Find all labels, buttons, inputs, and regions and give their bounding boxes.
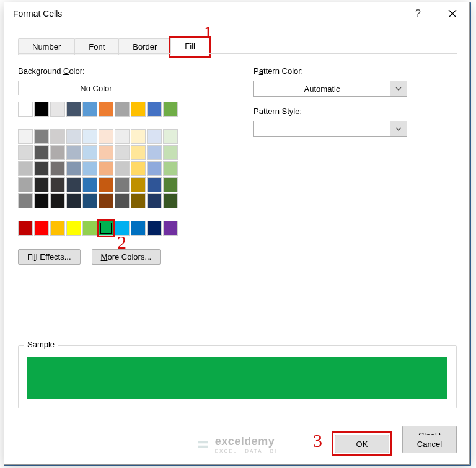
color-swatch[interactable]: [131, 161, 146, 176]
color-swatch[interactable]: [50, 102, 65, 117]
color-swatch[interactable]: [66, 129, 81, 144]
color-swatch[interactable]: [66, 177, 81, 192]
dialog-title: Format Cells: [13, 9, 62, 19]
cancel-button[interactable]: Cancel: [402, 435, 457, 453]
color-swatch[interactable]: [131, 177, 146, 192]
color-swatch[interactable]: [147, 193, 162, 208]
chevron-down-icon: [390, 81, 407, 96]
color-swatch[interactable]: [66, 145, 81, 160]
color-swatch[interactable]: [163, 161, 178, 176]
tab-bar: Number Font Border Fill: [18, 37, 457, 54]
color-swatch[interactable]: [66, 161, 81, 176]
color-swatch[interactable]: [115, 161, 130, 176]
color-swatch[interactable]: [99, 102, 113, 117]
color-swatch[interactable]: [147, 145, 162, 160]
color-swatch[interactable]: [115, 193, 130, 208]
color-swatch[interactable]: [131, 193, 146, 208]
color-swatch[interactable]: [163, 129, 178, 144]
close-button[interactable]: [435, 2, 469, 25]
color-swatch[interactable]: [82, 161, 97, 176]
color-swatch[interactable]: [163, 145, 178, 160]
color-swatch[interactable]: [147, 102, 162, 117]
pattern-color-combo[interactable]: Automatic: [253, 81, 407, 97]
color-swatch[interactable]: [34, 193, 49, 208]
color-swatch[interactable]: [99, 129, 113, 144]
color-swatch[interactable]: [66, 193, 81, 208]
sample-fill: [27, 357, 447, 399]
color-swatch[interactable]: [147, 129, 162, 144]
theme-header-row: [18, 102, 204, 117]
color-swatch[interactable]: [34, 161, 49, 176]
background-color-label: Background Color:: [18, 66, 204, 76]
color-swatch[interactable]: [82, 102, 97, 117]
color-swatch[interactable]: [131, 221, 146, 236]
color-swatch[interactable]: [163, 221, 178, 236]
color-swatch[interactable]: [115, 221, 130, 236]
format-cells-dialog: Format Cells ? Number Font Border Fill B…: [4, 2, 470, 465]
color-swatch[interactable]: [34, 129, 49, 144]
color-swatch[interactable]: [18, 102, 33, 117]
color-swatch[interactable]: [82, 145, 97, 160]
color-swatch[interactable]: [50, 129, 65, 144]
color-swatch[interactable]: [82, 193, 97, 208]
color-swatch[interactable]: [82, 177, 97, 192]
color-swatch[interactable]: [66, 221, 81, 236]
color-swatch[interactable]: [115, 177, 130, 192]
color-swatch[interactable]: [115, 129, 130, 144]
tab-number[interactable]: Number: [18, 38, 75, 55]
color-swatch[interactable]: [50, 221, 65, 236]
color-swatch[interactable]: [99, 145, 113, 160]
color-swatch[interactable]: [147, 177, 162, 192]
color-swatch[interactable]: [82, 129, 97, 144]
color-swatch[interactable]: [99, 161, 113, 176]
color-swatch[interactable]: [163, 177, 178, 192]
no-color-button[interactable]: No Color: [18, 81, 174, 95]
color-swatch[interactable]: [66, 102, 81, 117]
pattern-color-label: Pattern Color:: [253, 66, 407, 76]
color-swatch[interactable]: [18, 221, 33, 236]
color-swatch[interactable]: [50, 145, 65, 160]
color-swatch[interactable]: [131, 102, 146, 117]
color-swatch[interactable]: [163, 102, 178, 117]
color-swatch[interactable]: [99, 193, 113, 208]
tab-fill[interactable]: Fill: [170, 38, 209, 55]
more-colors-button[interactable]: More Colors...: [92, 249, 161, 265]
color-swatch[interactable]: [99, 177, 113, 192]
color-swatch[interactable]: [18, 161, 33, 176]
color-swatch[interactable]: [18, 177, 33, 192]
callout-number-3: 3: [313, 430, 322, 451]
color-swatch[interactable]: [131, 145, 146, 160]
color-swatch[interactable]: [115, 102, 130, 117]
color-swatch[interactable]: [50, 193, 65, 208]
help-button[interactable]: ?: [401, 2, 435, 25]
ok-button[interactable]: OK: [335, 435, 389, 453]
color-swatch[interactable]: [34, 221, 49, 236]
chevron-down-icon: [390, 121, 407, 136]
dialog-action-buttons: OK Cancel: [332, 431, 457, 456]
color-swatch[interactable]: [18, 193, 33, 208]
watermark-icon: [196, 438, 210, 451]
callout-box-3: OK: [332, 431, 392, 456]
color-swatch[interactable]: [18, 129, 33, 144]
tab-font[interactable]: Font: [74, 38, 119, 55]
background-color-section: Background Color: No Color Fill Effects.…: [18, 66, 204, 265]
sample-label: Sample: [24, 340, 58, 349]
color-swatch[interactable]: [50, 161, 65, 176]
color-swatch[interactable]: [147, 161, 162, 176]
color-swatch[interactable]: [147, 221, 162, 236]
color-swatch[interactable]: [50, 177, 65, 192]
color-swatch[interactable]: [99, 221, 113, 236]
tab-border[interactable]: Border: [118, 38, 171, 55]
pattern-section: Pattern Color: Automatic Pattern Style:: [253, 66, 407, 265]
color-swatch[interactable]: [34, 145, 49, 160]
close-icon: [448, 9, 457, 18]
pattern-style-combo[interactable]: [253, 121, 407, 137]
fill-effects-button[interactable]: Fill Effects...: [18, 249, 81, 265]
color-swatch[interactable]: [18, 145, 33, 160]
color-swatch[interactable]: [34, 177, 49, 192]
color-swatch[interactable]: [82, 221, 97, 236]
color-swatch[interactable]: [131, 129, 146, 144]
color-swatch[interactable]: [115, 145, 130, 160]
color-swatch[interactable]: [163, 193, 178, 208]
color-swatch[interactable]: [34, 102, 49, 117]
